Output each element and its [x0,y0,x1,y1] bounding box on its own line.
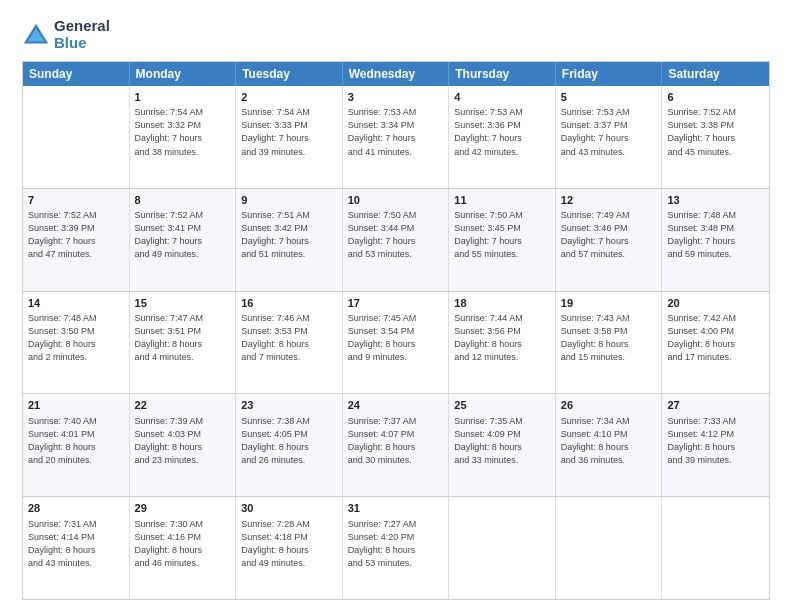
day-number: 30 [241,501,337,516]
cell-info: Sunrise: 7:53 AMSunset: 3:37 PMDaylight:… [561,106,657,158]
logo: General Blue [22,18,110,51]
day-number: 27 [667,398,764,413]
day-cell-11: 11Sunrise: 7:50 AMSunset: 3:45 PMDayligh… [449,189,556,291]
cell-info: Sunrise: 7:52 AMSunset: 3:38 PMDaylight:… [667,106,764,158]
day-number: 28 [28,501,124,516]
cell-info: Sunrise: 7:31 AMSunset: 4:14 PMDaylight:… [28,518,124,570]
cell-info: Sunrise: 7:48 AMSunset: 3:50 PMDaylight:… [28,312,124,364]
day-cell-26: 26Sunrise: 7:34 AMSunset: 4:10 PMDayligh… [556,394,663,496]
day-number: 12 [561,193,657,208]
day-cell-24: 24Sunrise: 7:37 AMSunset: 4:07 PMDayligh… [343,394,450,496]
cell-info: Sunrise: 7:53 AMSunset: 3:34 PMDaylight:… [348,106,444,158]
cell-info: Sunrise: 7:35 AMSunset: 4:09 PMDaylight:… [454,415,550,467]
day-cell-31: 31Sunrise: 7:27 AMSunset: 4:20 PMDayligh… [343,497,450,599]
day-number: 19 [561,296,657,311]
day-cell-12: 12Sunrise: 7:49 AMSunset: 3:46 PMDayligh… [556,189,663,291]
cell-info: Sunrise: 7:27 AMSunset: 4:20 PMDaylight:… [348,518,444,570]
day-cell-28: 28Sunrise: 7:31 AMSunset: 4:14 PMDayligh… [23,497,130,599]
calendar-row: 7Sunrise: 7:52 AMSunset: 3:39 PMDaylight… [23,188,769,291]
day-number: 3 [348,90,444,105]
day-cell-16: 16Sunrise: 7:46 AMSunset: 3:53 PMDayligh… [236,292,343,394]
day-number: 15 [135,296,231,311]
header: General Blue [22,18,770,51]
day-cell-19: 19Sunrise: 7:43 AMSunset: 3:58 PMDayligh… [556,292,663,394]
day-number: 31 [348,501,444,516]
day-number: 20 [667,296,764,311]
header-day-saturday: Saturday [662,62,769,86]
calendar: SundayMondayTuesdayWednesdayThursdayFrid… [22,61,770,600]
day-cell-29: 29Sunrise: 7:30 AMSunset: 4:16 PMDayligh… [130,497,237,599]
cell-info: Sunrise: 7:42 AMSunset: 4:00 PMDaylight:… [667,312,764,364]
day-cell-9: 9Sunrise: 7:51 AMSunset: 3:42 PMDaylight… [236,189,343,291]
calendar-row: 28Sunrise: 7:31 AMSunset: 4:14 PMDayligh… [23,496,769,599]
day-number: 1 [135,90,231,105]
day-number: 2 [241,90,337,105]
calendar-header: SundayMondayTuesdayWednesdayThursdayFrid… [23,62,769,86]
day-cell-5: 5Sunrise: 7:53 AMSunset: 3:37 PMDaylight… [556,86,663,188]
day-cell-25: 25Sunrise: 7:35 AMSunset: 4:09 PMDayligh… [449,394,556,496]
cell-info: Sunrise: 7:43 AMSunset: 3:58 PMDaylight:… [561,312,657,364]
cell-info: Sunrise: 7:54 AMSunset: 3:32 PMDaylight:… [135,106,231,158]
day-cell-7: 7Sunrise: 7:52 AMSunset: 3:39 PMDaylight… [23,189,130,291]
header-day-sunday: Sunday [23,62,130,86]
cell-info: Sunrise: 7:38 AMSunset: 4:05 PMDaylight:… [241,415,337,467]
day-number: 16 [241,296,337,311]
cell-info: Sunrise: 7:33 AMSunset: 4:12 PMDaylight:… [667,415,764,467]
cell-info: Sunrise: 7:34 AMSunset: 4:10 PMDaylight:… [561,415,657,467]
day-number: 10 [348,193,444,208]
day-number: 5 [561,90,657,105]
empty-cell [662,497,769,599]
cell-info: Sunrise: 7:30 AMSunset: 4:16 PMDaylight:… [135,518,231,570]
header-day-monday: Monday [130,62,237,86]
day-cell-10: 10Sunrise: 7:50 AMSunset: 3:44 PMDayligh… [343,189,450,291]
day-cell-4: 4Sunrise: 7:53 AMSunset: 3:36 PMDaylight… [449,86,556,188]
cell-info: Sunrise: 7:28 AMSunset: 4:18 PMDaylight:… [241,518,337,570]
day-number: 7 [28,193,124,208]
day-number: 23 [241,398,337,413]
day-cell-17: 17Sunrise: 7:45 AMSunset: 3:54 PMDayligh… [343,292,450,394]
page: General Blue SundayMondayTuesdayWednesda… [0,0,792,612]
day-number: 14 [28,296,124,311]
day-cell-30: 30Sunrise: 7:28 AMSunset: 4:18 PMDayligh… [236,497,343,599]
empty-cell [556,497,663,599]
day-cell-6: 6Sunrise: 7:52 AMSunset: 3:38 PMDaylight… [662,86,769,188]
cell-info: Sunrise: 7:39 AMSunset: 4:03 PMDaylight:… [135,415,231,467]
cell-info: Sunrise: 7:47 AMSunset: 3:51 PMDaylight:… [135,312,231,364]
cell-info: Sunrise: 7:48 AMSunset: 3:48 PMDaylight:… [667,209,764,261]
day-number: 21 [28,398,124,413]
day-number: 18 [454,296,550,311]
day-number: 29 [135,501,231,516]
logo-text: General Blue [54,18,110,51]
day-cell-15: 15Sunrise: 7:47 AMSunset: 3:51 PMDayligh… [130,292,237,394]
empty-cell [23,86,130,188]
cell-info: Sunrise: 7:46 AMSunset: 3:53 PMDaylight:… [241,312,337,364]
cell-info: Sunrise: 7:51 AMSunset: 3:42 PMDaylight:… [241,209,337,261]
cell-info: Sunrise: 7:49 AMSunset: 3:46 PMDaylight:… [561,209,657,261]
day-cell-13: 13Sunrise: 7:48 AMSunset: 3:48 PMDayligh… [662,189,769,291]
day-cell-23: 23Sunrise: 7:38 AMSunset: 4:05 PMDayligh… [236,394,343,496]
day-cell-22: 22Sunrise: 7:39 AMSunset: 4:03 PMDayligh… [130,394,237,496]
cell-info: Sunrise: 7:54 AMSunset: 3:33 PMDaylight:… [241,106,337,158]
cell-info: Sunrise: 7:50 AMSunset: 3:45 PMDaylight:… [454,209,550,261]
day-cell-2: 2Sunrise: 7:54 AMSunset: 3:33 PMDaylight… [236,86,343,188]
cell-info: Sunrise: 7:53 AMSunset: 3:36 PMDaylight:… [454,106,550,158]
cell-info: Sunrise: 7:44 AMSunset: 3:56 PMDaylight:… [454,312,550,364]
day-cell-3: 3Sunrise: 7:53 AMSunset: 3:34 PMDaylight… [343,86,450,188]
day-number: 13 [667,193,764,208]
cell-info: Sunrise: 7:52 AMSunset: 3:41 PMDaylight:… [135,209,231,261]
header-day-tuesday: Tuesday [236,62,343,86]
day-number: 11 [454,193,550,208]
day-number: 26 [561,398,657,413]
logo-icon [22,21,50,49]
day-number: 24 [348,398,444,413]
day-number: 6 [667,90,764,105]
cell-info: Sunrise: 7:52 AMSunset: 3:39 PMDaylight:… [28,209,124,261]
calendar-row: 1Sunrise: 7:54 AMSunset: 3:32 PMDaylight… [23,86,769,188]
day-number: 22 [135,398,231,413]
header-day-wednesday: Wednesday [343,62,450,86]
day-cell-27: 27Sunrise: 7:33 AMSunset: 4:12 PMDayligh… [662,394,769,496]
day-cell-1: 1Sunrise: 7:54 AMSunset: 3:32 PMDaylight… [130,86,237,188]
day-cell-21: 21Sunrise: 7:40 AMSunset: 4:01 PMDayligh… [23,394,130,496]
day-number: 8 [135,193,231,208]
header-day-thursday: Thursday [449,62,556,86]
